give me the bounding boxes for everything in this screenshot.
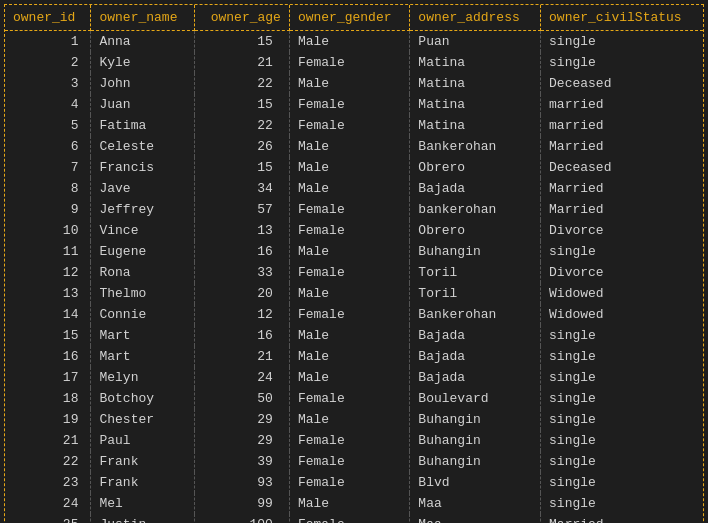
table-cell: Buhangin bbox=[410, 409, 541, 430]
table-cell: 33 bbox=[194, 262, 289, 283]
data-table: owner_idowner_nameowner_ageowner_gendero… bbox=[4, 4, 704, 523]
table-cell: 13 bbox=[5, 283, 91, 304]
table-cell: single bbox=[541, 409, 703, 430]
table-cell: Divorce bbox=[541, 262, 703, 283]
table-cell: John bbox=[91, 73, 194, 94]
table-cell: Buhangin bbox=[410, 430, 541, 451]
table-cell: married bbox=[541, 94, 703, 115]
table-row: 4Juan15FemaleMatinamarried bbox=[5, 94, 703, 115]
table-cell: Bajada bbox=[410, 325, 541, 346]
table-cell: 93 bbox=[194, 472, 289, 493]
table-cell: Frank bbox=[91, 451, 194, 472]
column-header-owner_name: owner_name bbox=[91, 5, 194, 31]
table-cell: Matina bbox=[410, 52, 541, 73]
table-cell: 20 bbox=[194, 283, 289, 304]
table-cell: 15 bbox=[194, 94, 289, 115]
table-row: 24Mel99MaleMaasingle bbox=[5, 493, 703, 514]
table-cell: Deceased bbox=[541, 157, 703, 178]
table-cell: Vince bbox=[91, 220, 194, 241]
table-row: 19Chester29MaleBuhanginsingle bbox=[5, 409, 703, 430]
table-cell: single bbox=[541, 451, 703, 472]
table-cell: 22 bbox=[5, 451, 91, 472]
table-cell: Male bbox=[289, 367, 409, 388]
table-row: 8Jave34MaleBajadaMarried bbox=[5, 178, 703, 199]
table-cell: 39 bbox=[194, 451, 289, 472]
table-cell: Female bbox=[289, 451, 409, 472]
table-cell: Male bbox=[289, 31, 409, 53]
table-row: 7Francis15MaleObreroDeceased bbox=[5, 157, 703, 178]
table-cell: Obrero bbox=[410, 157, 541, 178]
table-row: 6Celeste26MaleBankerohanMarried bbox=[5, 136, 703, 157]
table-cell: Bankerohan bbox=[410, 304, 541, 325]
table-cell: Rona bbox=[91, 262, 194, 283]
table-cell: 4 bbox=[5, 94, 91, 115]
table-cell: 18 bbox=[5, 388, 91, 409]
table-cell: 24 bbox=[5, 493, 91, 514]
table-cell: 10 bbox=[5, 220, 91, 241]
table-cell: Married bbox=[541, 514, 703, 523]
table-cell: 21 bbox=[5, 430, 91, 451]
table-cell: 23 bbox=[5, 472, 91, 493]
table-cell: Bajada bbox=[410, 346, 541, 367]
table-cell: 29 bbox=[194, 409, 289, 430]
table-cell: 12 bbox=[194, 304, 289, 325]
table-cell: Kyle bbox=[91, 52, 194, 73]
table-row: 15Mart16MaleBajadasingle bbox=[5, 325, 703, 346]
table-cell: Buhangin bbox=[410, 241, 541, 262]
table-cell: Matina bbox=[410, 115, 541, 136]
table-cell: Male bbox=[289, 73, 409, 94]
table-cell: Jeffrey bbox=[91, 199, 194, 220]
table-cell: Anna bbox=[91, 31, 194, 53]
table-cell: Matina bbox=[410, 73, 541, 94]
table-cell: 11 bbox=[5, 241, 91, 262]
table-cell: 2 bbox=[5, 52, 91, 73]
table-cell: Paul bbox=[91, 430, 194, 451]
table-cell: Justin bbox=[91, 514, 194, 523]
table-cell: 16 bbox=[5, 346, 91, 367]
table-row: 12Rona33FemaleTorilDivorce bbox=[5, 262, 703, 283]
table-cell: 19 bbox=[5, 409, 91, 430]
table-cell: 57 bbox=[194, 199, 289, 220]
table-cell: 9 bbox=[5, 199, 91, 220]
table-cell: 14 bbox=[5, 304, 91, 325]
table-cell: 17 bbox=[5, 367, 91, 388]
table-cell: Celeste bbox=[91, 136, 194, 157]
table-cell: Francis bbox=[91, 157, 194, 178]
table-row: 2Kyle21FemaleMatinasingle bbox=[5, 52, 703, 73]
table-cell: 21 bbox=[194, 52, 289, 73]
column-header-owner_civilStatus: owner_civilStatus bbox=[541, 5, 703, 31]
table-row: 21Paul29FemaleBuhanginsingle bbox=[5, 430, 703, 451]
table-cell: single bbox=[541, 472, 703, 493]
table-cell: 5 bbox=[5, 115, 91, 136]
table-cell: Blvd bbox=[410, 472, 541, 493]
table-cell: 29 bbox=[194, 430, 289, 451]
table-cell: Eugene bbox=[91, 241, 194, 262]
table-cell: Male bbox=[289, 136, 409, 157]
table-cell: single bbox=[541, 367, 703, 388]
table-cell: Female bbox=[289, 199, 409, 220]
table-cell: 16 bbox=[194, 241, 289, 262]
table-cell: Widowed bbox=[541, 304, 703, 325]
table-cell: Bajada bbox=[410, 367, 541, 388]
table-cell: Male bbox=[289, 409, 409, 430]
table-cell: Toril bbox=[410, 283, 541, 304]
table-cell: Fatima bbox=[91, 115, 194, 136]
table-cell: 16 bbox=[194, 325, 289, 346]
table-cell: 25 bbox=[5, 514, 91, 523]
table-cell: Deceased bbox=[541, 73, 703, 94]
table-cell: Male bbox=[289, 346, 409, 367]
table-cell: Obrero bbox=[410, 220, 541, 241]
table-cell: Female bbox=[289, 262, 409, 283]
table-cell: Buhangin bbox=[410, 451, 541, 472]
table-row: 14Connie12FemaleBankerohanWidowed bbox=[5, 304, 703, 325]
table-cell: Jave bbox=[91, 178, 194, 199]
table-cell: Female bbox=[289, 430, 409, 451]
table-cell: bankerohan bbox=[410, 199, 541, 220]
table-row: 22Frank39FemaleBuhanginsingle bbox=[5, 451, 703, 472]
table-cell: single bbox=[541, 325, 703, 346]
table-cell: Maa bbox=[410, 514, 541, 523]
table-cell: 24 bbox=[194, 367, 289, 388]
table-cell: Female bbox=[289, 388, 409, 409]
table-cell: 22 bbox=[194, 115, 289, 136]
table-cell: Married bbox=[541, 199, 703, 220]
